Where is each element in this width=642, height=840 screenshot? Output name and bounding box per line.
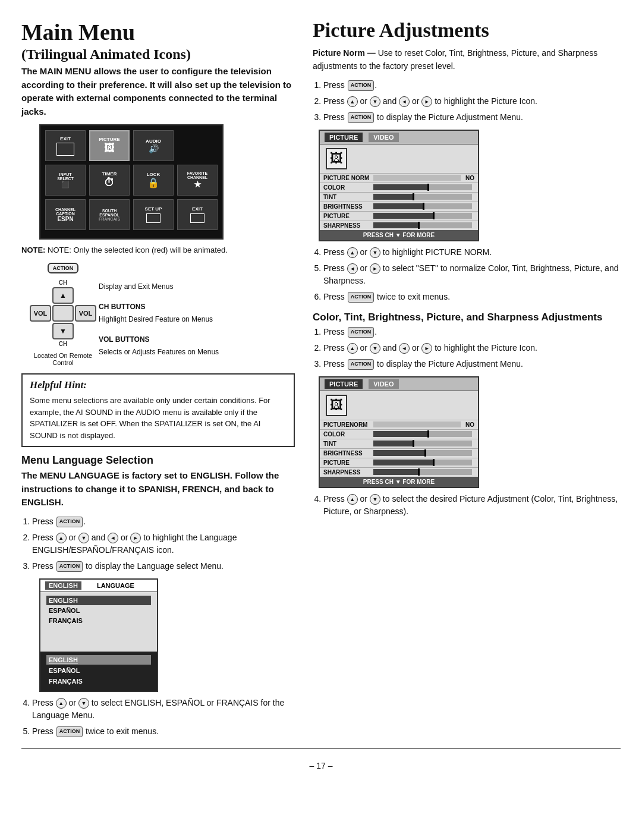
ct-step-2: Press ▲ or ▼ and ◄ or ► to highlight the… <box>323 342 621 354</box>
exit-icon-box: EXIT <box>45 130 86 161</box>
up-ct-4: ▲ <box>347 494 358 505</box>
left-icon-2: ◄ <box>108 533 118 543</box>
lang-menu-body: ENGLISH ESPAÑOL FRANÇAIS <box>40 592 157 652</box>
picture-icon-box: PICTURE 🖼 <box>89 130 130 161</box>
ch-label-group: CH BUTTONS Highlight Desired Feature on … <box>99 301 219 325</box>
pic-row-picture-1: PICTURE <box>320 211 478 221</box>
pic-row-norm-1: PICTURE NORM NO <box>320 173 478 183</box>
exit-icon-label: EXIT <box>60 136 71 141</box>
channel-caption-icon-box: CHANNELCAPTION ESPN <box>45 199 86 230</box>
left-ct-2: ◄ <box>399 343 410 354</box>
input-select-label: INPUTSELECT <box>57 172 74 181</box>
vol-btn-body: Selects or Adjusts Features on Menus <box>99 346 219 358</box>
lang-menu-bottom: ENGLISH ESPAÑOL FRANÇAIS <box>40 652 157 691</box>
left-pn-5: ◄ <box>347 263 358 274</box>
timer-label: TIMER <box>102 171 117 177</box>
action-inline-btn-1: ACTION <box>56 517 83 527</box>
up-ct-2: ▲ <box>347 343 358 354</box>
down-pn-2: ▼ <box>370 96 380 107</box>
center-btn <box>52 305 74 322</box>
remote-container: ACTION CH ▲ VOL VOL ▼ CH Located On Remo… <box>27 263 99 366</box>
pic-row-picture-2: PICTURE <box>320 458 478 467</box>
up-icon-4: ▲ <box>56 698 67 709</box>
input-select-icon-box: INPUTSELECT ⬛ <box>45 165 86 196</box>
picture-icon-label: PICTURE <box>99 137 119 142</box>
down-ct-2: ▼ <box>370 343 380 354</box>
menu-icon-grid: EXIT PICTURE 🖼 AUDIO 🔊 INPUTSELECT ⬛ <box>39 124 224 240</box>
pic-row-sharpness-2: SHARPNESS <box>320 467 478 477</box>
pic-row-tint-1: TINT <box>320 192 478 202</box>
channel-caption-label: CHANNELCAPTION <box>55 207 75 216</box>
menu-row-3: CHANNELCAPTION ESPN SOUTHESPANOL FRANCAI… <box>45 199 218 230</box>
setup-label: SET UP <box>145 206 162 212</box>
action-inline-btn-3: ACTION <box>56 561 83 572</box>
pic-tab-picture-2: PICTURE <box>325 379 363 389</box>
down-pn-4: ▼ <box>370 247 380 258</box>
action-label-group: Display and Exit Menus <box>99 281 219 292</box>
helpful-hint-title: Helpful Hint: <box>30 379 287 391</box>
pic-tab-picture-1: PICTURE <box>325 133 363 142</box>
lang-step-3: Press ACTION to display the Language sel… <box>32 560 295 572</box>
pic-rows-1: PICTURE NORM NO COLOR TINT <box>320 173 478 230</box>
lang-item-english-selected: ENGLISH <box>46 596 151 605</box>
pic-bottom-1: PRESS CH ▼ FOR MORE <box>320 230 478 240</box>
picture-adj-title: Picture Adjustments <box>313 19 621 42</box>
vol-btn-title: VOL BUTTONS <box>99 334 219 345</box>
page-layout: Main Menu (Trilingual Animated Icons) Th… <box>21 19 621 744</box>
up-icon-2: ▲ <box>56 533 67 543</box>
ct-steps: Press ACTION. Press ▲ or ▼ and ◄ or ► to… <box>323 326 621 370</box>
audio-icon-box: AUDIO 🔊 <box>133 130 174 161</box>
favorite-channel-label: FAVORITECHANNEL <box>187 171 207 180</box>
pn-step-5: Press ◄ or ► to select "SET" to normaliz… <box>323 262 621 287</box>
page-divider <box>21 748 621 749</box>
action-ct-3: ACTION <box>348 359 374 370</box>
right-pn-5: ► <box>370 263 380 274</box>
menu-language-bold: The MENU LANGUAGE is factory set to ENGL… <box>21 469 295 509</box>
pic-menu-header-1: PICTURE VIDEO <box>320 131 478 144</box>
up-arrow-btn: ▲ <box>52 287 74 304</box>
pic-row-brightness-1: BRIGHTNESS <box>320 202 478 211</box>
arrow-group: ▲ VOL VOL ▼ <box>30 287 96 339</box>
pic-row-norm-2: PICTURENORM NO <box>320 420 478 429</box>
action-inline-btn-5: ACTION <box>56 726 83 737</box>
audio-icon-label: AUDIO <box>146 139 161 144</box>
left-arrow-btn: VOL <box>30 305 51 322</box>
lang-steps-list-2: Press ▲ or ▼ to select ENGLISH, ESPAÑOL … <box>32 697 295 738</box>
pic-tab-video-2: VIDEO <box>369 379 398 389</box>
pn-steps-cont: Press ▲ or ▼ to highlight PICTURE NORM. … <box>323 246 621 303</box>
subtitle: (Trilingual Animated Icons) <box>21 46 295 62</box>
lang-step-5: Press ACTION twice to exit menus. <box>32 725 295 738</box>
lang-menu-screenshot: ENGLISH LANGUAGE ENGLISH ESPAÑOL FRANÇAI… <box>39 578 158 692</box>
note-text: NOTE: NOTE: Only the selected icon (red)… <box>21 246 295 254</box>
lang-step-2: Press ▲ or ▼ and ◄ or ► to highlight the… <box>32 531 295 556</box>
action-pn-1: ACTION <box>348 80 374 91</box>
lock-label: LOCK <box>147 172 160 177</box>
pic-tab-video-1: VIDEO <box>369 133 398 142</box>
pn-step-6: Press ACTION twice to exit menus. <box>323 291 621 303</box>
favorite-channel-icon-box: FAVORITECHANNEL ★ <box>177 165 218 196</box>
ch-btn-body: Highlight Desired Feature on Menus <box>99 313 219 325</box>
ct-steps-cont: Press ▲ or ▼ to select the desired Pictu… <box>323 493 621 518</box>
lang-bottom-english: ENGLISH <box>46 655 151 665</box>
pic-row-tint-2: TINT <box>320 439 478 448</box>
down-ct-4: ▼ <box>370 494 380 505</box>
pic-row-color-2: COLOR <box>320 429 478 439</box>
remote-diagram: ACTION CH ▲ VOL VOL ▼ CH Located On Remo… <box>27 263 295 366</box>
menu-row-2: INPUTSELECT ⬛ TIMER ⏱ LOCK 🔒 FAVORITECHA… <box>45 165 218 196</box>
exit2-icon-box: EXIT <box>177 199 218 230</box>
picture-norm-intro: Picture Norm — Use to reset Color, Tint,… <box>313 46 621 73</box>
down-arrow-btn: ▼ <box>52 323 74 339</box>
lang-item-espanol: ESPAÑOL <box>46 606 151 615</box>
lock-icon-box: LOCK 🔒 <box>133 165 174 196</box>
picture-norm-steps: Press ACTION. Press ▲ or ▼ and ◄ or ► to… <box>323 79 621 124</box>
pn-step-3: Press ACTION to display the Picture Adju… <box>323 111 621 124</box>
action-pn-6: ACTION <box>348 292 374 303</box>
ch-up-label: CH <box>59 279 67 286</box>
picture-menu-screenshot-1: PICTURE VIDEO 🖼 PICTURE NORM NO COLOR <box>319 130 479 241</box>
lang-menu-header: ENGLISH LANGUAGE <box>40 580 157 592</box>
helpful-hint-box: Helpful Hint: Some menu selections are a… <box>21 373 295 447</box>
right-column: Picture Adjustments Picture Norm — Use t… <box>313 19 621 744</box>
right-ct-2: ► <box>421 343 432 354</box>
up-pn-4: ▲ <box>347 247 358 258</box>
pic-icon-2: 🖼 <box>326 395 347 416</box>
